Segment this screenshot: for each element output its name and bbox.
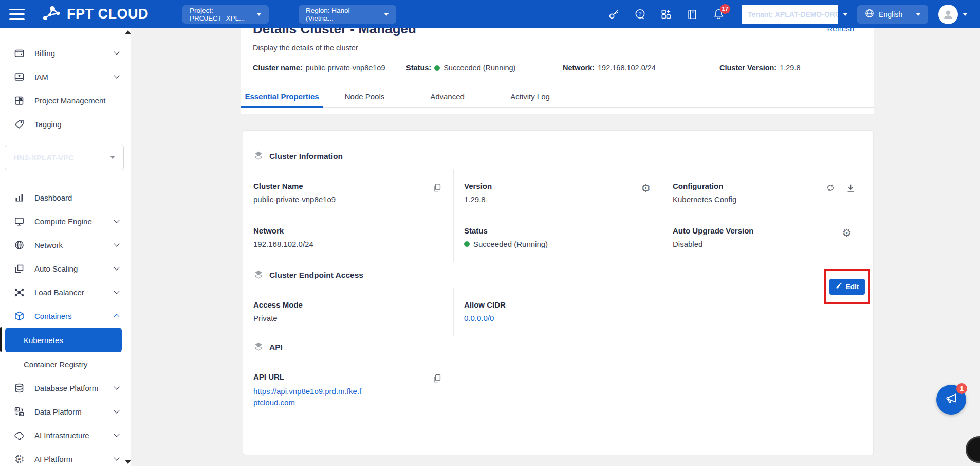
field-label: Allow CIDR (464, 300, 832, 309)
brand-logo[interactable]: FPT CLOUD (41, 5, 149, 24)
summary-cluster-name-label: Cluster name: (253, 64, 303, 72)
download-icon[interactable] (846, 183, 856, 193)
tab-node-pools[interactable]: Node Pools (323, 87, 406, 107)
edit-button-label: Edit (846, 283, 859, 291)
header-divider (733, 8, 733, 21)
tenant-dropdown[interactable]: Tenant: XPLAT-DEMO-ORG (742, 5, 838, 24)
field-label: Network (253, 226, 422, 235)
sidebar-scroll-up-arrow[interactable] (125, 30, 131, 34)
pencil-icon (836, 282, 842, 291)
chevron-down-icon (114, 407, 119, 413)
top-header: FPT CLOUD Project: PROJECT_XPL... Region… (0, 0, 980, 28)
summary-network-label: Network: (563, 64, 595, 72)
sidebar-item-database-platform[interactable]: Database Platform (0, 376, 131, 400)
sidebar-item-label: Project Management (34, 96, 119, 105)
chevron-down-icon (114, 431, 119, 437)
megaphone-icon (944, 391, 959, 408)
sidebar-item-compute-engine[interactable]: Compute Engine (0, 209, 131, 233)
sidebar-item-billing[interactable]: Billing (0, 41, 131, 65)
tag-icon (14, 119, 25, 130)
status-dot-green (434, 65, 440, 71)
help-support-icon[interactable]: ? (634, 8, 646, 21)
tab-activity-log[interactable]: Activity Log (489, 87, 571, 107)
field-api-url: API URL https://api.vnp8e1o9.prd.m.fke.f… (253, 360, 453, 422)
user-avatar[interactable] (938, 5, 958, 24)
api-key-icon[interactable] (607, 8, 620, 21)
project-dropdown[interactable]: Project: PROJECT_XPL... (182, 5, 269, 24)
apps-grid-icon[interactable] (660, 8, 672, 21)
notifications-bell-icon[interactable]: 17 (712, 8, 725, 21)
sidebar-item-label: Load Balancer (34, 288, 115, 297)
layers-icon (253, 269, 264, 281)
field-value: Kubernetes Config (673, 195, 832, 204)
gear-icon[interactable]: ⚙ (641, 183, 651, 193)
container-cube-icon (14, 311, 25, 321)
sidebar-item-label: Kubernetes (24, 336, 63, 345)
tenant-dropdown-label: Tenant: XPLAT-DEMO-ORG (748, 10, 838, 19)
allow-cidr-link[interactable]: 0.0.0.0/0 (464, 314, 832, 322)
sidebar-item-auto-scaling[interactable]: Auto Scaling (0, 257, 131, 280)
sidebar-item-ai-infrastructure[interactable]: AI Infrastructure (0, 423, 131, 447)
cluster-info-row-2: Network 192.168.102.0/24 Status Succeede… (253, 217, 863, 262)
main-content: Details Cluster - Managed Refresh Displa… (131, 28, 980, 466)
field-label: Cluster Name (253, 182, 422, 190)
chevron-down-icon (114, 288, 119, 294)
copy-icon[interactable] (432, 183, 442, 192)
summary-network-value: 192.168.102.0/24 (598, 64, 656, 72)
id-card-icon (14, 71, 25, 82)
field-label: Status (464, 226, 631, 235)
cluster-info-row-1: Cluster Name public-private-vnp8e1o9 Ver… (253, 169, 863, 217)
summary-version-label: Cluster Version: (719, 64, 776, 72)
chevron-down-icon (110, 156, 115, 159)
chevron-down-icon (256, 13, 262, 16)
region-dropdown[interactable]: Region: Hanoi (Vietna... (299, 5, 396, 24)
sidebar-item-dashboard[interactable]: Dashboard (0, 186, 131, 209)
field-cluster-name: Cluster Name public-private-vnp8e1o9 (253, 169, 453, 217)
api-url-link[interactable]: https://api.vnp8e1o9.prd.m.fke.fptcloud.… (253, 386, 362, 408)
sidebar-item-label: Containers (34, 312, 115, 320)
region-dropdown-label: Region: Hanoi (Vietna... (306, 7, 376, 22)
annotation-highlight-box: Edit (824, 269, 870, 304)
chevron-down-icon (114, 49, 119, 55)
menu-hamburger-icon[interactable] (9, 9, 25, 20)
copy-icon[interactable] (432, 373, 442, 383)
refresh-config-icon[interactable] (825, 183, 836, 193)
endpoint-access-row: Access Mode Private Allow CIDR 0.0.0.0/0 (253, 288, 863, 336)
sidebar-item-data-platform[interactable]: Data Platform (0, 400, 131, 423)
load-balancer-hub-icon (14, 287, 25, 298)
cluster-summary-row: Cluster name: public-private-vnp8e1o9 St… (253, 64, 861, 72)
field-version: Version 1.29.8 ⚙ (453, 169, 662, 217)
announcements-fab[interactable]: 1 (936, 385, 966, 415)
field-value: Disabled (673, 240, 832, 248)
sidebar-item-iam[interactable]: IAM (0, 65, 131, 88)
tab-essential-properties[interactable]: Essential Properties (241, 87, 323, 107)
sidebar-item-ai-platform[interactable]: AI AI Platform (0, 447, 131, 466)
vpc-select[interactable]: HN2-XPLAT-VPC (5, 145, 124, 170)
chevron-down-icon (114, 241, 119, 246)
language-label: English (879, 10, 902, 19)
sidebar-item-kubernetes[interactable]: Kubernetes (5, 328, 122, 352)
brand-name: FPT CLOUD (67, 6, 149, 22)
fpt-molecule-icon (41, 5, 62, 24)
summary-status-label: Status: (406, 64, 431, 72)
section-heading: Cluster Information (269, 152, 343, 161)
sidebar-item-container-registry[interactable]: Container Registry (0, 352, 131, 376)
gear-icon[interactable]: ⚙ (842, 227, 852, 238)
chevron-down-icon (114, 264, 119, 270)
sidebar-scroll-down-arrow[interactable] (125, 460, 131, 464)
sidebar-item-label: Tagging (34, 120, 119, 129)
svg-text:AI: AI (17, 457, 21, 461)
edit-endpoint-button[interactable]: Edit (829, 279, 865, 295)
docs-book-icon[interactable] (686, 8, 698, 21)
sidebar-item-project-management[interactable]: Project Management (0, 88, 131, 112)
language-dropdown[interactable]: English (857, 5, 928, 24)
tab-advanced[interactable]: Advanced (406, 87, 489, 107)
sidebar-item-tagging[interactable]: Tagging (0, 112, 131, 136)
chevron-down-icon (963, 13, 968, 16)
sidebar-item-network[interactable]: Network (0, 233, 131, 257)
sidebar-item-label: Billing (34, 49, 115, 58)
chevron-down-icon (114, 217, 119, 223)
sidebar-item-containers[interactable]: Containers (0, 304, 131, 328)
chevron-down-icon (843, 13, 848, 16)
sidebar-item-load-balancer[interactable]: Load Balancer (0, 280, 131, 304)
